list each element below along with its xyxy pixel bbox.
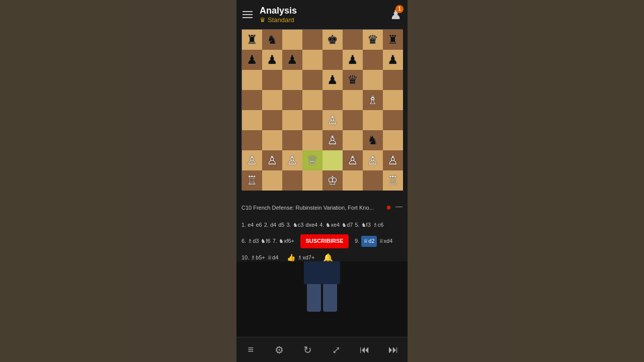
board-cell-r1c6[interactable] [363,50,383,70]
board-cell-r4c2[interactable] [282,110,302,130]
board-cell-r1c7[interactable]: ♟ [383,50,403,70]
board-cell-r1c5[interactable]: ♟ [343,50,363,70]
board-cell-r1c1[interactable]: ♟ [262,50,282,70]
board-cell-r6c6[interactable]: ♙ [363,150,383,170]
chess-piece: ♔ [327,174,338,187]
board-cell-r0c7[interactable]: ♜ [383,30,403,50]
subscribe-button[interactable]: SUSCRIBIRSE [300,234,348,248]
move-20[interactable]: ♗xd7+ [297,253,314,261]
board-cell-r7c0[interactable]: ♖ [242,170,262,191]
board-cell-r3c3[interactable] [302,90,323,110]
hamburger-menu-button[interactable] [243,11,253,18]
board-cell-r6c5[interactable]: ♙ [343,150,363,170]
board-cell-r4c3[interactable] [302,110,323,130]
board-cell-r7c4[interactable]: ♔ [323,170,343,191]
board-cell-r5c5[interactable] [343,130,363,150]
move-17[interactable]: 10. ♗b5+ [242,253,265,261]
board-cell-r4c4[interactable]: ♙ [323,110,343,130]
board-cell-r4c0[interactable] [242,110,262,130]
chess-board[interactable]: ♜♞♚♛♜♟♟♟♟♟♟♛♗♙♙♞♙♙♙♕♙♙♙♖♔♖ [242,29,403,190]
move-15-active[interactable]: ♕d2 [361,236,376,247]
app-title: Analysis [260,6,297,17]
board-cell-r2c1[interactable] [262,70,282,90]
board-cell-r5c4[interactable]: ♙ [323,130,343,150]
move-5[interactable]: 3. ♞c3 [286,220,303,230]
board-cell-r2c7[interactable] [383,70,403,90]
move-14[interactable]: 9. [355,236,359,246]
board-cell-r5c2[interactable] [282,130,302,150]
board-cell-r0c3[interactable] [302,30,323,50]
board-cell-r2c5[interactable]: ♛ [343,70,363,90]
move-8[interactable]: ♞d7 [342,220,353,230]
board-cell-r7c7[interactable]: ♖ [383,170,403,191]
move-10[interactable]: ♗c6 [373,220,384,230]
board-cell-r3c5[interactable] [343,90,363,110]
board-cell-r5c1[interactable] [262,130,282,150]
board-cell-r7c2[interactable] [282,170,302,191]
board-cell-r4c6[interactable] [363,110,383,130]
board-cell-r1c4[interactable] [323,50,343,70]
board-cell-r2c2[interactable] [282,70,302,90]
move-11[interactable]: 6. ♗d3 [242,236,259,246]
board-cell-r5c0[interactable] [242,130,262,150]
settings-button[interactable]: ⚙ [269,340,289,360]
board-cell-r6c0[interactable]: ♙ [242,150,262,170]
board-cell-r2c0[interactable] [242,70,262,90]
board-cell-r6c7[interactable]: ♙ [383,150,403,170]
fullscreen-button[interactable]: ⤢ [326,340,346,360]
board-cell-r7c5[interactable] [343,170,363,191]
board-cell-r4c5[interactable] [343,110,363,130]
minimize-icon[interactable]: — [395,202,403,213]
move-12[interactable]: ♞f6 [261,236,270,246]
move-13[interactable]: 7. ♞xf6+ [273,236,294,246]
move-4[interactable]: d5 [278,220,284,230]
move-19: 👍 [287,251,295,261]
board-cell-r2c4[interactable]: ♟ [323,70,343,90]
move-1[interactable]: 1. e4 [242,220,254,230]
board-cell-r3c6[interactable]: ♗ [363,90,383,110]
header-right[interactable]: ♟ 1 [390,7,401,23]
board-cell-r2c3[interactable] [302,70,323,90]
board-cell-r3c4[interactable] [323,90,343,110]
move-6[interactable]: dxe4 [305,220,317,230]
flip-board-button[interactable]: ↻ [298,340,318,360]
board-cell-r7c6[interactable] [363,170,383,191]
board-cell-r3c1[interactable] [262,90,282,110]
board-cell-r5c6[interactable]: ♞ [363,130,383,150]
board-cell-r0c0[interactable]: ♜ [242,30,262,50]
board-cell-r6c3[interactable]: ♕ [302,150,323,170]
board-cell-r6c4[interactable] [323,150,343,170]
next-button[interactable]: ⏭ [383,340,404,360]
move-3[interactable]: 2. d4 [264,220,276,230]
board-cell-r5c3[interactable] [302,130,323,150]
board-cell-r0c1[interactable]: ♞ [262,30,282,50]
move-7[interactable]: 4. ♞xe4 [319,220,340,230]
board-cell-r1c0[interactable]: ♟ [242,50,262,70]
board-cell-r2c6[interactable] [363,70,383,90]
board-cell-r3c7[interactable] [383,90,403,110]
board-cell-r7c1[interactable] [262,170,282,191]
board-cell-r6c1[interactable]: ♙ [262,150,282,170]
board-cell-r6c2[interactable]: ♙ [282,150,302,170]
move-2[interactable]: e6 [256,220,262,230]
red-dot-icon[interactable]: ● [386,202,391,213]
board-cell-r0c4[interactable]: ♚ [323,30,343,50]
board-cell-r3c0[interactable] [242,90,262,110]
board-cell-r3c2[interactable] [282,90,302,110]
moves-list-button[interactable]: ≡ [240,340,261,360]
board-cell-r1c2[interactable]: ♟ [282,50,302,70]
board-cell-r1c3[interactable] [302,50,323,70]
board-cell-r4c1[interactable] [262,110,282,130]
move-18[interactable]: ♕d4 [267,253,278,261]
board-cell-r7c3[interactable] [302,170,323,191]
board-cell-r0c6[interactable]: ♛ [363,30,383,50]
board-cell-r0c2[interactable] [282,30,302,50]
move-16[interactable]: ♕xd4 [379,236,393,246]
bell-icon[interactable]: 🔔 [323,251,333,261]
prev-button[interactable]: ⏮ [355,340,375,360]
board-cell-r4c7[interactable] [383,110,403,130]
board-cell-r0c5[interactable] [343,30,363,50]
board-cell-r5c7[interactable] [383,130,403,150]
chess-piece: ♙ [347,154,358,166]
move-9[interactable]: 5. ♞f3 [355,220,370,230]
